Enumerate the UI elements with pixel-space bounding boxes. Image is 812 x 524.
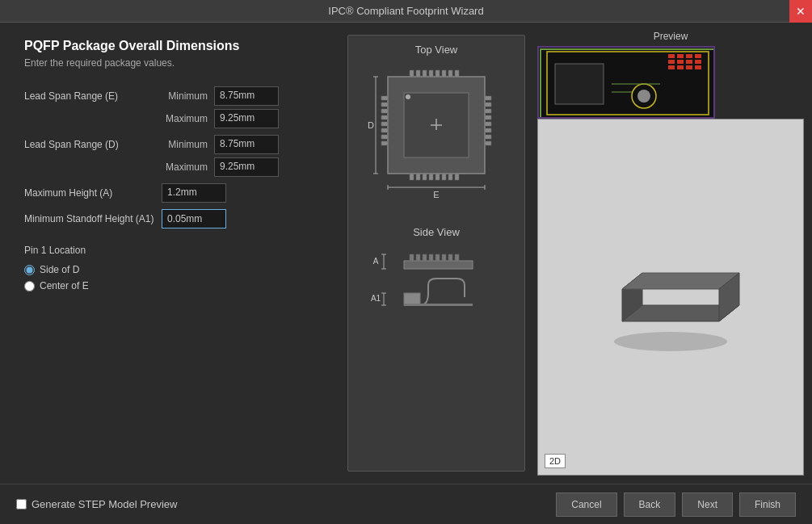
pcb-thumbnail bbox=[537, 46, 715, 119]
svg-rect-10 bbox=[442, 70, 446, 77]
svg-rect-75 bbox=[686, 65, 692, 69]
svg-rect-13 bbox=[410, 174, 414, 180]
svg-rect-65 bbox=[668, 54, 675, 58]
max-height-row: Maximum Height (A) 1.2mm bbox=[24, 183, 323, 203]
svg-rect-14 bbox=[416, 174, 420, 180]
lead-span-e-max-row: Maximum 9.25mm bbox=[24, 109, 323, 128]
svg-rect-35 bbox=[485, 135, 491, 139]
svg-rect-16 bbox=[429, 174, 433, 180]
lead-span-e-max-label: Maximum bbox=[162, 113, 214, 124]
lead-span-d-group: Lead Span Range (D) Minimum 8.75mm Maxim… bbox=[24, 135, 323, 177]
side-of-d-radio[interactable] bbox=[24, 265, 35, 275]
svg-rect-27 bbox=[381, 135, 388, 139]
svg-rect-6 bbox=[416, 70, 420, 77]
bottom-bar: Generate STEP Model Preview Cancel Back … bbox=[0, 484, 812, 524]
left-panel: PQFP Package Overall Dimensions Enter th… bbox=[0, 23, 339, 484]
svg-rect-5 bbox=[410, 70, 414, 77]
lead-span-d-min-value: 8.75mm bbox=[214, 135, 279, 154]
center-of-e-label[interactable]: Center of E bbox=[40, 280, 89, 291]
a1-label: A1 bbox=[371, 294, 381, 303]
svg-rect-67 bbox=[686, 54, 692, 58]
close-button[interactable]: ✕ bbox=[789, 0, 812, 23]
svg-rect-70 bbox=[677, 60, 684, 64]
svg-rect-7 bbox=[423, 70, 427, 77]
svg-rect-68 bbox=[695, 54, 701, 58]
lead-span-e-label-row: Lead Span Range (E) Minimum 8.75mm bbox=[24, 86, 323, 106]
preview-label: Preview bbox=[537, 31, 804, 42]
a-label: A bbox=[373, 257, 379, 266]
svg-rect-25 bbox=[381, 122, 388, 126]
svg-rect-46 bbox=[423, 254, 427, 261]
step-checkbox-group: Generate STEP Model Preview bbox=[16, 498, 549, 510]
svg-rect-76 bbox=[695, 65, 701, 69]
svg-rect-24 bbox=[381, 115, 388, 119]
max-height-value: 1.2mm bbox=[162, 183, 226, 203]
svg-rect-8 bbox=[429, 70, 433, 77]
svg-rect-29 bbox=[485, 96, 491, 100]
d-label: D bbox=[368, 120, 374, 130]
svg-rect-56 bbox=[404, 304, 473, 306]
svg-rect-43 bbox=[404, 261, 473, 269]
e-label: E bbox=[433, 190, 439, 199]
back-button[interactable]: Back bbox=[624, 493, 676, 517]
preview-3d: 2D bbox=[537, 119, 804, 476]
next-button[interactable]: Next bbox=[682, 493, 733, 517]
svg-rect-50 bbox=[448, 254, 452, 261]
window-title: IPC® Compliant Footprint Wizard bbox=[328, 5, 483, 17]
side-of-d-label[interactable]: Side of D bbox=[40, 264, 79, 275]
pin-location-label: Pin 1 Location bbox=[24, 245, 323, 256]
svg-rect-31 bbox=[485, 109, 491, 113]
step-checkbox[interactable] bbox=[16, 499, 27, 509]
svg-rect-71 bbox=[686, 60, 692, 64]
svg-rect-64 bbox=[555, 64, 604, 104]
svg-rect-55 bbox=[404, 293, 420, 305]
svg-rect-69 bbox=[668, 60, 675, 64]
finish-button[interactable]: Finish bbox=[739, 493, 796, 517]
svg-rect-28 bbox=[381, 141, 388, 145]
svg-rect-20 bbox=[455, 174, 459, 180]
side-view-diagram: A A1 bbox=[360, 245, 513, 350]
lead-span-d-min-label: Minimum bbox=[162, 139, 214, 150]
svg-rect-21 bbox=[381, 96, 388, 100]
svg-rect-18 bbox=[442, 174, 446, 180]
page-subtitle: Enter the required package values. bbox=[24, 57, 323, 69]
svg-rect-19 bbox=[448, 174, 452, 180]
svg-rect-32 bbox=[485, 115, 491, 119]
lead-span-e-group: Lead Span Range (E) Minimum 8.75mm Maxim… bbox=[24, 86, 323, 128]
svg-rect-51 bbox=[455, 254, 459, 261]
svg-rect-74 bbox=[677, 65, 684, 69]
cancel-button[interactable]: Cancel bbox=[556, 493, 616, 517]
chip-3d-svg bbox=[590, 216, 751, 378]
svg-rect-34 bbox=[485, 128, 491, 132]
svg-rect-36 bbox=[485, 141, 491, 145]
svg-rect-47 bbox=[429, 254, 433, 261]
lead-span-e-max-value: 9.25mm bbox=[214, 109, 279, 128]
min-standoff-input[interactable]: 0.05mm bbox=[162, 209, 226, 228]
svg-rect-45 bbox=[416, 254, 420, 261]
svg-rect-15 bbox=[423, 174, 427, 180]
diagram-panel: Top View bbox=[347, 35, 525, 472]
svg-rect-44 bbox=[410, 254, 414, 261]
pin-location-side-d-row: Side of D bbox=[24, 264, 323, 275]
svg-rect-11 bbox=[448, 70, 452, 77]
center-of-e-radio[interactable] bbox=[24, 281, 35, 291]
top-view-diagram: D E bbox=[360, 62, 513, 220]
title-bar: IPC® Compliant Footprint Wizard ✕ bbox=[0, 0, 812, 23]
svg-rect-30 bbox=[485, 103, 491, 107]
svg-rect-49 bbox=[442, 254, 446, 261]
svg-rect-48 bbox=[435, 254, 440, 261]
step-checkbox-label[interactable]: Generate STEP Model Preview bbox=[32, 498, 177, 510]
svg-rect-73 bbox=[668, 65, 675, 69]
svg-rect-72 bbox=[695, 60, 701, 64]
page-title: PQFP Package Overall Dimensions bbox=[24, 39, 323, 53]
view-2d-badge[interactable]: 2D bbox=[545, 454, 566, 468]
pin-location-center-e-row: Center of E bbox=[24, 280, 323, 291]
svg-rect-23 bbox=[381, 109, 388, 113]
right-panel: Preview bbox=[533, 23, 812, 484]
min-standoff-label: Minimum Standoff Height (A1) bbox=[24, 213, 162, 224]
lead-span-d-max-value: 9.25mm bbox=[214, 157, 279, 177]
pcb-svg bbox=[539, 48, 715, 119]
main-content: PQFP Package Overall Dimensions Enter th… bbox=[0, 23, 812, 484]
top-view-label: Top View bbox=[415, 44, 458, 56]
lead-span-d-label-row: Lead Span Range (D) Minimum 8.75mm bbox=[24, 135, 323, 154]
